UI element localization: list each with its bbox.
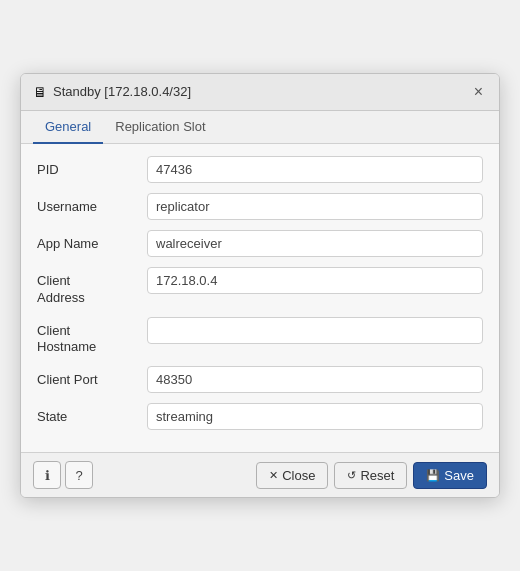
input-client-port[interactable] bbox=[147, 366, 483, 393]
titlebar-left: 🖥 Standby [172.18.0.4/32] bbox=[33, 84, 191, 100]
label-client-hostname: ClientHostname bbox=[37, 317, 147, 357]
close-window-button[interactable]: × bbox=[470, 82, 487, 102]
input-username[interactable] bbox=[147, 193, 483, 220]
footer-left-buttons: ℹ ? bbox=[33, 461, 93, 489]
form-row-state: State bbox=[37, 403, 483, 430]
form-row-client-address: ClientAddress bbox=[37, 267, 483, 307]
help-icon: ? bbox=[75, 468, 82, 483]
input-pid[interactable] bbox=[147, 156, 483, 183]
input-appname[interactable] bbox=[147, 230, 483, 257]
label-appname: App Name bbox=[37, 230, 147, 253]
save-icon: 💾 bbox=[426, 469, 440, 482]
label-client-address: ClientAddress bbox=[37, 267, 147, 307]
form-row-client-hostname: ClientHostname bbox=[37, 317, 483, 357]
dialog: 🖥 Standby [172.18.0.4/32] × General Repl… bbox=[20, 73, 500, 499]
titlebar: 🖥 Standby [172.18.0.4/32] × bbox=[21, 74, 499, 111]
tab-general[interactable]: General bbox=[33, 111, 103, 144]
close-label: Close bbox=[282, 468, 315, 483]
save-label: Save bbox=[444, 468, 474, 483]
tabs-container: General Replication Slot bbox=[21, 111, 499, 144]
footer: ℹ ? ✕ Close ↺ Reset 💾 Save bbox=[21, 452, 499, 497]
help-button[interactable]: ? bbox=[65, 461, 93, 489]
footer-right-buttons: ✕ Close ↺ Reset 💾 Save bbox=[256, 462, 487, 489]
input-client-hostname[interactable] bbox=[147, 317, 483, 344]
close-button[interactable]: ✕ Close bbox=[256, 462, 328, 489]
form-row-username: Username bbox=[37, 193, 483, 220]
form-row-appname: App Name bbox=[37, 230, 483, 257]
form-row-pid: PID bbox=[37, 156, 483, 183]
label-state: State bbox=[37, 403, 147, 426]
label-client-port: Client Port bbox=[37, 366, 147, 389]
input-state[interactable] bbox=[147, 403, 483, 430]
label-username: Username bbox=[37, 193, 147, 216]
label-pid: PID bbox=[37, 156, 147, 179]
dialog-title: Standby [172.18.0.4/32] bbox=[53, 84, 191, 99]
close-icon: ✕ bbox=[269, 469, 278, 482]
reset-button[interactable]: ↺ Reset bbox=[334, 462, 407, 489]
form-content: PID Username App Name ClientAddress Clie… bbox=[21, 144, 499, 453]
form-row-client-port: Client Port bbox=[37, 366, 483, 393]
save-button[interactable]: 💾 Save bbox=[413, 462, 487, 489]
input-client-address[interactable] bbox=[147, 267, 483, 294]
info-icon: ℹ bbox=[45, 468, 50, 483]
info-button[interactable]: ℹ bbox=[33, 461, 61, 489]
reset-icon: ↺ bbox=[347, 469, 356, 482]
reset-label: Reset bbox=[360, 468, 394, 483]
tab-replication-slot[interactable]: Replication Slot bbox=[103, 111, 217, 144]
standby-icon: 🖥 bbox=[33, 84, 47, 100]
